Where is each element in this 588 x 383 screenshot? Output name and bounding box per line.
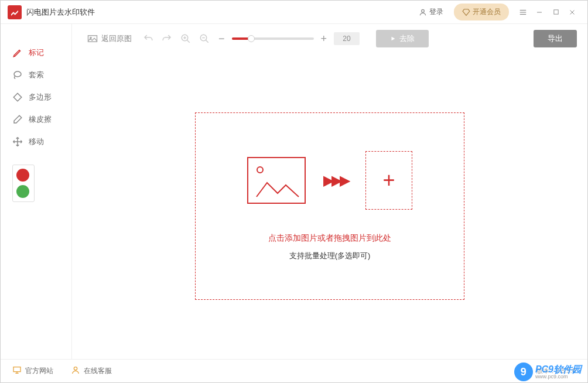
canvas-area: ▶▶▶ + 点击添加图片或者拖拽图片到此处 支持批量处理(多选即可) [72, 53, 587, 359]
undo-button[interactable] [141, 32, 155, 46]
app-logo-icon [8, 5, 22, 19]
zoom-out-icon [199, 33, 210, 44]
slider-increase[interactable]: + [319, 33, 330, 45]
app-title: 闪电图片去水印软件 [26, 7, 95, 18]
minimize-icon [536, 9, 543, 16]
zoom-in-icon [180, 33, 191, 44]
tool-eraser[interactable]: 橡皮擦 [1, 108, 71, 131]
menu-button[interactable] [515, 4, 531, 20]
toolbar: 返回原图 − + 20 去除 导出 [72, 24, 587, 53]
svg-point-21 [74, 367, 77, 370]
titlebar: 闪电图片去水印软件 登录 开通会员 [1, 1, 587, 24]
brush-size-value: 20 [334, 32, 360, 45]
tool-label: 橡皮擦 [29, 114, 52, 125]
eraser-icon [12, 114, 23, 125]
play-icon [390, 36, 396, 42]
minimize-button[interactable] [531, 4, 548, 20]
add-placeholder-icon: + [365, 151, 412, 210]
version-text: 版本：2.5.5.0 [536, 367, 576, 375]
dropzone[interactable]: ▶▶▶ + 点击添加图片或者拖拽图片到此处 支持批量处理(多选即可) [195, 112, 464, 300]
tool-lasso[interactable]: 套索 [1, 64, 71, 86]
monitor-icon [12, 365, 22, 377]
svg-rect-18 [13, 367, 20, 372]
svg-line-16 [206, 40, 208, 43]
image-icon [87, 35, 98, 43]
svg-point-0 [422, 9, 425, 12]
svg-point-8 [14, 71, 21, 77]
dropzone-graphic: ▶▶▶ + [247, 151, 412, 210]
swatch-red[interactable] [16, 169, 29, 182]
tool-move[interactable]: 移动 [1, 131, 71, 153]
close-icon [569, 9, 576, 16]
svg-line-12 [187, 40, 190, 43]
headset-icon [71, 365, 80, 377]
maximize-button[interactable] [548, 4, 564, 20]
swatch-green[interactable] [16, 185, 29, 198]
footer: 官方网站 在线客服 版本：2.5.5.0 [1, 359, 587, 382]
tool-label: 标记 [29, 47, 44, 58]
back-label: 返回原图 [101, 33, 132, 44]
polygon-icon [12, 92, 23, 102]
move-icon [12, 136, 23, 147]
support-link[interactable]: 在线客服 [71, 365, 112, 377]
main-area: 标记 套索 多边形 橡皮擦 移动 返回原图 [1, 24, 587, 359]
slider-track[interactable] [232, 37, 314, 40]
website-label: 官方网站 [25, 366, 53, 376]
official-website-link[interactable]: 官方网站 [12, 365, 53, 377]
dropzone-primary-text: 点击添加图片或者拖拽图片到此处 [268, 233, 391, 244]
tool-label: 套索 [29, 70, 44, 80]
user-icon [419, 8, 427, 16]
export-button[interactable]: 导出 [534, 30, 577, 47]
zoom-out-button[interactable] [197, 32, 211, 46]
brush-size-slider: − + 20 [216, 32, 360, 45]
login-label: 登录 [429, 7, 443, 17]
pencil-icon [12, 47, 23, 58]
back-to-original-button[interactable]: 返回原图 [83, 31, 136, 46]
export-label: 导出 [548, 33, 563, 44]
slider-thumb[interactable] [248, 35, 255, 42]
image-placeholder-icon [247, 157, 306, 204]
sidebar: 标记 套索 多边形 橡皮擦 移动 [1, 24, 72, 359]
login-button[interactable]: 登录 [414, 5, 448, 19]
zoom-in-button[interactable] [179, 32, 193, 46]
maximize-icon [553, 9, 559, 15]
tool-label: 多边形 [29, 92, 52, 102]
arrow-icon: ▶▶▶ [323, 172, 348, 189]
svg-rect-9 [88, 36, 97, 42]
slider-decrease[interactable]: − [216, 33, 227, 45]
diamond-icon [462, 8, 470, 16]
close-button[interactable] [564, 4, 580, 20]
tool-polygon[interactable]: 多边形 [1, 86, 71, 108]
redo-button[interactable] [160, 32, 174, 46]
lasso-icon [12, 70, 23, 80]
svg-rect-5 [553, 10, 558, 14]
remove-button[interactable]: 去除 [376, 30, 429, 47]
plus-icon: + [382, 168, 395, 193]
dropzone-secondary-text: 支持批量处理(多选即可) [289, 251, 371, 261]
undo-icon [143, 33, 153, 44]
color-swatches [12, 165, 35, 202]
vip-label: 开通会员 [473, 7, 501, 17]
tool-mark[interactable]: 标记 [1, 42, 71, 64]
vip-button[interactable]: 开通会员 [454, 4, 509, 20]
content-area: 返回原图 − + 20 去除 导出 [72, 24, 587, 359]
remove-label: 去除 [399, 33, 415, 44]
redo-icon [162, 33, 172, 44]
tool-label: 移动 [29, 136, 44, 147]
hamburger-icon [519, 8, 527, 16]
support-label: 在线客服 [84, 366, 112, 376]
